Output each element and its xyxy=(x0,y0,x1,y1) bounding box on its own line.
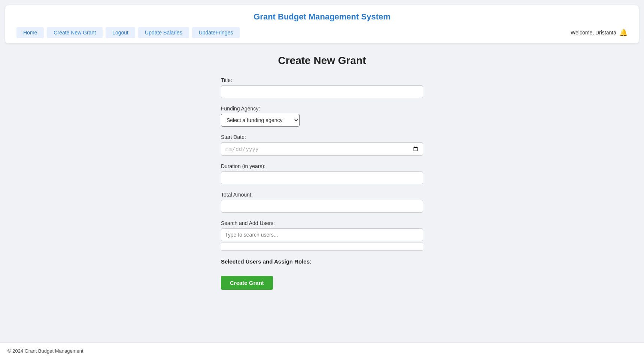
footer-text: © 2024 Grant Budget Management xyxy=(7,348,83,354)
app-title: Grant Budget Management System xyxy=(16,12,628,22)
selected-users-label: Selected Users and Assign Roles: xyxy=(221,258,423,265)
footer: © 2024 Grant Budget Management xyxy=(0,343,644,359)
header-card: Grant Budget Management System Home Crea… xyxy=(5,5,639,43)
title-label: Title: xyxy=(221,77,423,83)
duration-group: Duration (in years): xyxy=(221,163,423,184)
nav-logout-button[interactable]: Logout xyxy=(106,27,135,38)
search-users-input[interactable] xyxy=(221,228,423,241)
start-date-group: Start Date: xyxy=(221,134,423,156)
duration-label: Duration (in years): xyxy=(221,163,423,169)
total-amount-input[interactable] xyxy=(221,200,423,213)
search-users-label: Search and Add Users: xyxy=(221,220,423,226)
page-title: Create New Grant xyxy=(278,55,366,67)
create-grant-button[interactable]: Create Grant xyxy=(221,276,273,290)
duration-input[interactable] xyxy=(221,171,423,184)
funding-agency-label: Funding Agency: xyxy=(221,106,423,112)
total-amount-label: Total Amount: xyxy=(221,192,423,198)
bell-icon[interactable]: 🔔 xyxy=(619,28,628,37)
nav-home-button[interactable]: Home xyxy=(16,27,44,38)
nav-update-fringes-button[interactable]: UpdateFringes xyxy=(192,27,240,38)
funding-agency-select[interactable]: Select a funding agency NSF NIH DOE Othe… xyxy=(221,114,300,127)
form-container: Title: Funding Agency: Select a funding … xyxy=(221,77,423,290)
start-date-label: Start Date: xyxy=(221,134,423,140)
start-date-input[interactable] xyxy=(221,142,423,156)
search-secondary-bar xyxy=(221,243,423,251)
funding-agency-group: Funding Agency: Select a funding agency … xyxy=(221,106,423,127)
nav-welcome: Welcome, Dristanta 🔔 xyxy=(571,28,628,37)
main-content: Create New Grant Title: Funding Agency: … xyxy=(0,43,644,343)
nav-links: Home Create New Grant Logout Update Sala… xyxy=(16,27,568,38)
total-amount-group: Total Amount: xyxy=(221,192,423,213)
nav-bar: Home Create New Grant Logout Update Sala… xyxy=(16,27,628,38)
nav-update-salaries-button[interactable]: Update Salaries xyxy=(138,27,189,38)
selected-users-group: Selected Users and Assign Roles: xyxy=(221,258,423,265)
nav-create-grant-button[interactable]: Create New Grant xyxy=(47,27,103,38)
welcome-text: Welcome, Dristanta xyxy=(571,30,616,36)
search-users-group: Search and Add Users: xyxy=(221,220,423,251)
title-group: Title: xyxy=(221,77,423,98)
title-input[interactable] xyxy=(221,85,423,98)
create-grant-button-container: Create Grant xyxy=(221,272,423,290)
